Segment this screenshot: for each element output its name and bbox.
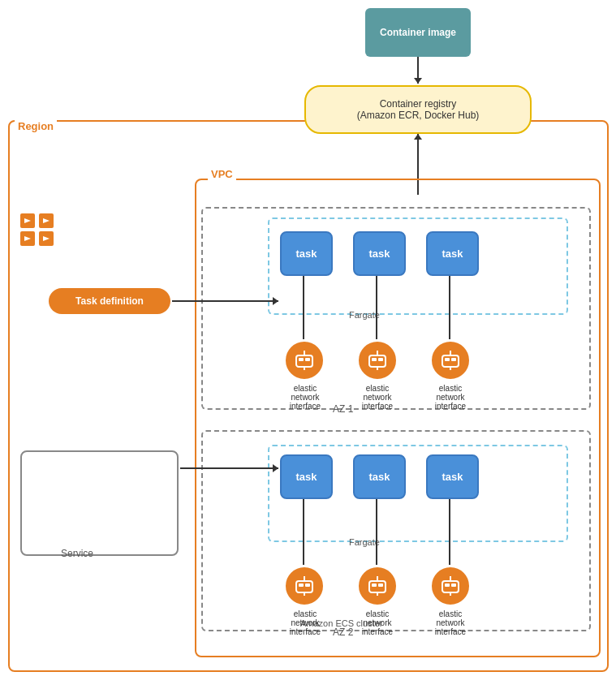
service-box: Task definition Service description [20, 450, 179, 556]
svg-rect-10 [305, 358, 310, 361]
svg-rect-24 [299, 583, 304, 587]
task-az2-2: task [353, 454, 406, 499]
eni-label-az2-3: elastic network interface [426, 609, 475, 636]
svg-rect-18 [442, 355, 459, 367]
vert-line-az2-3 [449, 499, 450, 565]
arrow-taskdef-to-az1 [172, 300, 278, 302]
eni-az1-1 [283, 339, 325, 381]
eni-label-az2-2: elastic network interface [353, 609, 402, 636]
vert-line-az1-3 [449, 276, 450, 339]
eni-az1-2 [356, 339, 398, 381]
svg-rect-33 [442, 581, 459, 592]
vert-line-az1-2 [376, 276, 377, 339]
vert-line-az2-1 [303, 499, 304, 565]
svg-rect-34 [445, 583, 450, 587]
container-registry-label: Container registry(Amazon ECR, Docker Hu… [357, 98, 480, 121]
svg-rect-23 [296, 581, 312, 592]
svg-rect-14 [372, 358, 377, 361]
container-registry-box: Container registry(Amazon ECR, Docker Hu… [304, 85, 532, 134]
svg-rect-8 [296, 355, 312, 367]
svg-rect-28 [369, 581, 386, 592]
task-az2-3: task [426, 454, 479, 499]
container-image-label: Container image [380, 27, 456, 38]
arrow-service-to-az2 [180, 467, 278, 469]
svg-rect-9 [299, 358, 304, 361]
svg-rect-25 [305, 583, 310, 587]
task-az1-1: task [280, 231, 333, 276]
svg-rect-30 [378, 583, 383, 587]
task-az1-2: task [353, 231, 406, 276]
svg-rect-20 [451, 358, 456, 361]
az2-label: AZ 2 [333, 627, 353, 638]
svg-rect-19 [445, 358, 450, 361]
diagram-container: Region Container image Container registr… [0, 0, 616, 689]
eni-label-az1-1: elastic network interface [281, 384, 330, 411]
task-az1-3: task [426, 231, 479, 276]
eni-az2-1 [283, 565, 325, 607]
eni-az2-3 [429, 565, 472, 607]
arrow-container-to-registry [417, 57, 419, 84]
svg-rect-29 [372, 583, 377, 587]
container-image-box: Container image [365, 8, 471, 57]
service-label: Service [61, 548, 93, 559]
eni-label-az1-2: elastic network interface [353, 384, 402, 411]
svg-rect-35 [451, 583, 456, 587]
az1-label: AZ 1 [333, 403, 353, 415]
eni-az1-3 [429, 339, 472, 381]
svg-rect-15 [378, 358, 383, 361]
task-az2-1: task [280, 454, 333, 499]
task-definition-standalone[interactable]: Task definition [49, 288, 170, 314]
svg-rect-13 [369, 355, 386, 367]
vert-line-az2-2 [376, 499, 377, 565]
eni-az2-2 [356, 565, 398, 607]
eni-label-az1-3: elastic network interface [426, 384, 475, 411]
vpc-label: VPC [208, 168, 236, 180]
eni-label-az2-1: elastic network interface [281, 609, 330, 636]
aws-ecs-icon [16, 207, 61, 252]
vert-line-az1-1 [303, 276, 304, 339]
region-label: Region [15, 120, 57, 132]
